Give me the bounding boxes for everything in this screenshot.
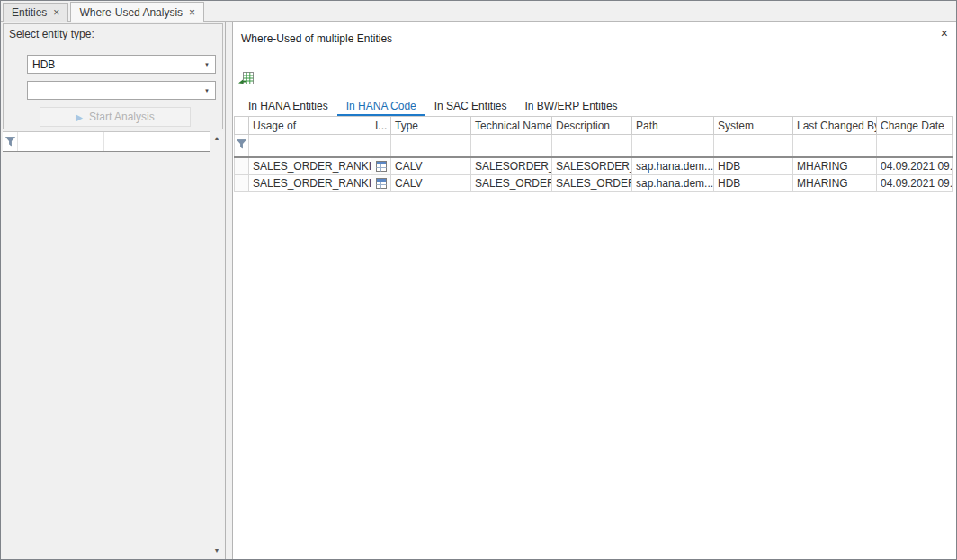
filter-cell-last-changed-by[interactable] <box>793 135 877 157</box>
entity-type-dropdown[interactable]: HDB ▼ <box>27 55 216 74</box>
filter-cell-usage-of[interactable] <box>249 135 371 157</box>
entity-type-value: HDB <box>32 58 199 71</box>
export-to-excel-icon[interactable] <box>238 72 254 88</box>
scroll-up-icon[interactable]: ▲ <box>210 131 223 145</box>
filter-funnel-icon[interactable] <box>3 132 18 151</box>
cell-usage-of[interactable]: SALES_ORDER_RANKING <box>249 157 371 175</box>
filter-cell-description[interactable] <box>552 135 632 157</box>
tab-in-sac-entities[interactable]: In SAC Entities <box>425 97 516 116</box>
cell-path[interactable]: sap.hana.dem... <box>632 157 714 175</box>
row-indicator <box>235 174 249 191</box>
cell-system[interactable]: HDB <box>714 157 793 175</box>
tab-in-hana-code[interactable]: In HANA Code <box>337 97 425 116</box>
scrollbar-track[interactable] <box>210 145 223 544</box>
results-table: Usage of I... Type Technical Name Descri… <box>234 116 953 192</box>
entity-list-column-1[interactable] <box>18 132 104 151</box>
column-header-icon[interactable]: I... <box>371 117 391 135</box>
cell-type[interactable]: CALV <box>391 174 471 191</box>
cell-technical-name[interactable]: SALES_ORDER... <box>471 174 552 191</box>
panel-splitter[interactable] <box>226 22 232 559</box>
entity-list-header-row <box>3 131 210 152</box>
row-indicator-header <box>235 117 249 135</box>
tab-entities-label: Entities <box>12 6 47 19</box>
column-header-type[interactable]: Type <box>391 117 471 135</box>
chevron-down-icon[interactable]: ▼ <box>199 62 215 67</box>
table-filter-row <box>235 135 953 157</box>
close-icon[interactable]: × <box>189 7 195 18</box>
tab-in-bw-erp-entities[interactable]: In BW/ERP Entities <box>515 97 626 116</box>
result-tab-bar: In HANA Entities In HANA Code In SAC Ent… <box>239 97 956 116</box>
tab-where-used-analysis[interactable]: Where-Used Analysis × <box>70 2 204 22</box>
cell-type[interactable]: CALV <box>391 157 471 175</box>
cell-usage-of[interactable]: SALES_ORDER_RANKING <box>249 174 371 191</box>
filter-cell-type[interactable] <box>391 135 471 157</box>
cell-description[interactable]: SALES_ORDER... <box>552 174 632 191</box>
cell-path[interactable]: sap.hana.dem... <box>632 174 714 191</box>
start-analysis-label: Start Analysis <box>89 111 155 123</box>
entity-list-column-2[interactable] <box>104 132 210 151</box>
close-icon[interactable]: × <box>941 27 948 40</box>
entity-list-grid: ▲ ▼ <box>3 131 223 557</box>
table-header-row: Usage of I... Type Technical Name Descri… <box>235 117 953 135</box>
application-window: Entities × Where-Used Analysis × Select … <box>0 0 957 560</box>
vertical-scrollbar[interactable]: ▲ ▼ <box>210 131 223 557</box>
calculation-view-icon <box>371 157 391 175</box>
tab-entities[interactable]: Entities × <box>3 3 68 22</box>
cell-last-changed-by[interactable]: MHARING <box>793 157 877 175</box>
tab-where-used-label: Where-Used Analysis <box>79 6 183 19</box>
cell-change-date[interactable]: 04.09.2021 09... <box>877 157 953 175</box>
column-header-change-date[interactable]: Change Date <box>877 117 953 135</box>
select-entity-type-groupbox: Select entity type: HDB ▼ ▼ ▶ Start Anal… <box>3 23 223 129</box>
cell-change-date[interactable]: 04.09.2021 09... <box>877 174 953 191</box>
close-icon[interactable]: × <box>53 7 59 18</box>
where-used-results-panel: × Where-Used of multiple Entities In HAN… <box>232 22 956 559</box>
start-analysis-button[interactable]: ▶ Start Analysis <box>40 107 191 127</box>
filter-cell-icon[interactable] <box>371 135 391 157</box>
play-icon: ▶ <box>76 112 83 122</box>
table-row[interactable]: SALES_ORDER_RANKING CALV SALESORDER_... <box>235 157 953 175</box>
calculation-view-icon <box>371 174 391 191</box>
main-area: Select entity type: HDB ▼ ▼ ▶ Start Anal… <box>1 22 956 559</box>
column-header-last-changed-by[interactable]: Last Changed By <box>793 117 877 135</box>
column-header-system[interactable]: System <box>714 117 793 135</box>
groupbox-title: Select entity type: <box>4 24 222 42</box>
cell-system[interactable]: HDB <box>714 174 793 191</box>
chevron-down-icon[interactable]: ▼ <box>199 88 215 93</box>
filter-funnel-icon[interactable] <box>235 135 249 157</box>
column-header-path[interactable]: Path <box>632 117 714 135</box>
table-row[interactable]: SALES_ORDER_RANKING CALV SALES_ORDER... <box>235 174 953 191</box>
column-header-usage-of[interactable]: Usage of <box>249 117 371 135</box>
scroll-down-icon[interactable]: ▼ <box>210 544 223 557</box>
filter-cell-path[interactable] <box>632 135 714 157</box>
row-indicator <box>235 157 249 175</box>
panel-title: Where-Used of multiple Entities <box>241 32 956 45</box>
cell-technical-name[interactable]: SALESORDER_... <box>471 157 552 175</box>
cell-last-changed-by[interactable]: MHARING <box>793 174 877 191</box>
entity-dropdown[interactable]: ▼ <box>27 81 216 100</box>
column-header-description[interactable]: Description <box>552 117 632 135</box>
column-header-technical-name[interactable]: Technical Name <box>471 117 552 135</box>
cell-description[interactable]: SALESORDER_... <box>552 157 632 175</box>
tab-in-hana-entities[interactable]: In HANA Entities <box>239 97 337 116</box>
filter-cell-change-date[interactable] <box>877 135 953 157</box>
filter-cell-technical-name[interactable] <box>471 135 552 157</box>
entity-selection-panel: Select entity type: HDB ▼ ▼ ▶ Start Anal… <box>1 22 226 559</box>
document-tab-bar: Entities × Where-Used Analysis × <box>1 1 956 22</box>
filter-cell-system[interactable] <box>714 135 793 157</box>
